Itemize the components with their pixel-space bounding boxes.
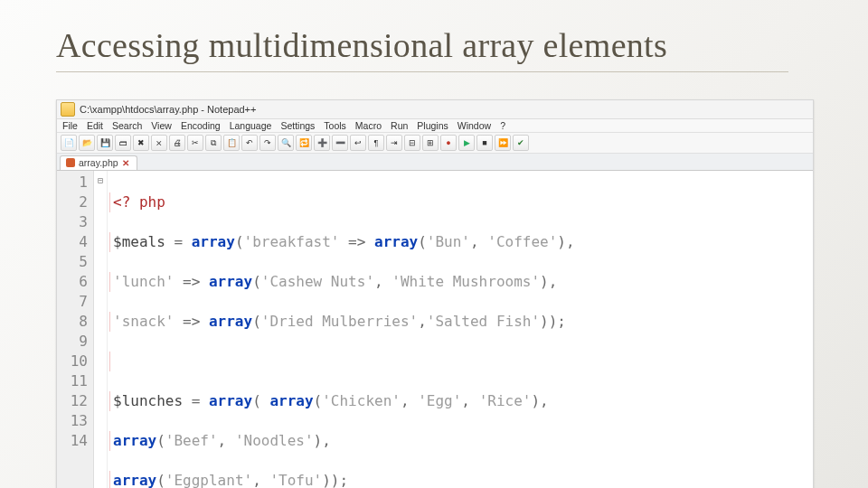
menu-search[interactable]: Search: [112, 120, 142, 131]
menu-macro[interactable]: Macro: [355, 120, 382, 131]
play-macro-icon[interactable]: ▶: [458, 135, 475, 151]
replace-icon[interactable]: 🔁: [296, 135, 312, 151]
toolbar: 📄 📂 💾 🗃 ✖ ⨯ 🖨 ✂ ⧉ 📋 ↶ ↷ 🔍 🔁 ➕ ➖ ↩ ¶ ⇥ ⊟ …: [57, 133, 813, 154]
menu-encoding[interactable]: Encoding: [181, 120, 221, 131]
undo-icon[interactable]: ↶: [241, 135, 258, 151]
spellcheck-icon[interactable]: ✔: [513, 135, 529, 151]
window-titlebar: C:\xampp\htdocs\array.php - Notepad++: [57, 100, 813, 119]
record-macro-icon[interactable]: ●: [440, 135, 457, 151]
menu-file[interactable]: File: [62, 120, 78, 131]
tab-strip: array.php ✕: [57, 154, 813, 171]
menu-language[interactable]: Language: [230, 120, 272, 131]
close-icon[interactable]: ✖: [133, 135, 149, 151]
code-lines[interactable]: <? php $meals = array('breakfast' => arr…: [108, 171, 813, 488]
redo-icon[interactable]: ↷: [259, 135, 276, 151]
slide-title-text: Accessing multidimensional array element…: [56, 26, 667, 64]
open-icon[interactable]: 📂: [79, 135, 95, 151]
fold-column: ⊟: [94, 171, 108, 488]
zoom-out-icon[interactable]: ➖: [332, 135, 348, 151]
play-multi-icon[interactable]: ⏩: [495, 135, 511, 151]
copy-icon[interactable]: ⧉: [205, 135, 222, 151]
fold-all-icon[interactable]: ⊟: [404, 135, 420, 151]
paste-icon[interactable]: 📋: [223, 135, 240, 151]
window-title-text: C:\xampp\htdocs\array.php - Notepad++: [80, 104, 256, 115]
wrap-icon[interactable]: ↩: [350, 135, 366, 151]
php-open-tag: <? php: [113, 193, 165, 211]
menu-settings[interactable]: Settings: [280, 120, 315, 131]
file-tab-array[interactable]: array.php ✕: [60, 155, 137, 170]
menu-tools[interactable]: Tools: [324, 120, 346, 131]
zoom-in-icon[interactable]: ➕: [314, 135, 330, 151]
show-chars-icon[interactable]: ¶: [368, 135, 384, 151]
menu-run[interactable]: Run: [391, 120, 408, 131]
new-icon[interactable]: 📄: [61, 135, 77, 151]
code-area: 1234567 891011121314 ⊟ <? php $meals = a…: [57, 171, 813, 488]
editor-screenshot: C:\xampp\htdocs\array.php - Notepad++ Fi…: [56, 99, 814, 488]
menu-window[interactable]: Window: [458, 120, 491, 131]
fold-toggle-icon[interactable]: ⊟: [94, 171, 107, 191]
file-tab-label: array.php: [79, 157, 118, 168]
find-icon[interactable]: 🔍: [278, 135, 294, 151]
menu-help[interactable]: ?: [500, 120, 505, 131]
close-all-icon[interactable]: ⨯: [151, 135, 167, 151]
stop-macro-icon[interactable]: ■: [476, 135, 493, 151]
unfold-all-icon[interactable]: ⊞: [422, 135, 439, 151]
menu-plugins[interactable]: Plugins: [417, 120, 448, 131]
slide-title: Accessing multidimensional array element…: [56, 25, 667, 65]
file-modified-icon: [66, 158, 75, 167]
tab-close-icon[interactable]: ✕: [122, 158, 129, 168]
save-icon[interactable]: 💾: [97, 135, 113, 151]
menu-bar: File Edit Search View Encoding Language …: [57, 119, 813, 133]
menu-edit[interactable]: Edit: [87, 120, 103, 131]
save-all-icon[interactable]: 🗃: [115, 135, 131, 151]
print-icon[interactable]: 🖨: [169, 135, 185, 151]
cut-icon[interactable]: ✂: [187, 135, 203, 151]
indent-guide-icon[interactable]: ⇥: [386, 135, 402, 151]
app-icon: [61, 102, 75, 117]
menu-view[interactable]: View: [151, 120, 172, 131]
line-number-gutter: 1234567 891011121314: [57, 171, 94, 488]
title-underline: [56, 71, 788, 72]
